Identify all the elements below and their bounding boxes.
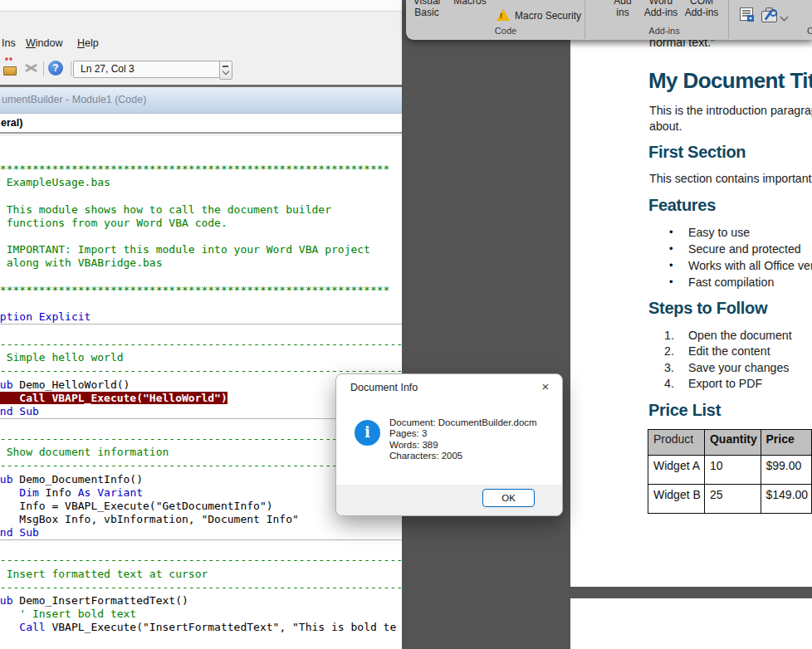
ok-button[interactable]: OK — [482, 489, 535, 507]
toolbar-separator — [71, 61, 71, 76]
table-cell: $99.00 — [761, 456, 811, 485]
warning-icon — [496, 9, 510, 21]
table-cell: 25 — [704, 485, 761, 514]
code-line: '---------------------------------------… — [0, 581, 402, 594]
bullet-item: Easy to use — [688, 226, 750, 239]
code-line: ' — [0, 270, 402, 283]
step-number: 3. — [664, 361, 677, 374]
code-line: ' — [0, 230, 402, 243]
code-line: ' — [0, 190, 402, 203]
table-row: Widget B25$149.00 — [648, 485, 812, 514]
code-line: Option Explicit — [0, 310, 402, 324]
addin-options-icon[interactable] — [761, 11, 777, 22]
bullet-icon: • — [669, 259, 673, 271]
import-file-icon[interactable]: ** — [2, 61, 17, 76]
first-section-text: This section contains important — [649, 172, 812, 185]
word-ribbon: VisualBasicMacrosAddinsWordAdd-insCOMAdd… — [406, 0, 812, 40]
bullet-item: Works with all Office ver — [688, 259, 812, 272]
dialog-message-line: Document: DocumentBuilder.docm — [389, 417, 537, 428]
document-page-2[interactable] — [570, 598, 812, 649]
code-line: Sub Demo_InsertFormattedText() — [0, 594, 402, 608]
code-line: '***************************************… — [0, 284, 402, 297]
code-line — [0, 324, 402, 338]
table-row: Widget A10$99.00 — [648, 456, 812, 485]
general-combo-row[interactable]: eral) — [0, 114, 402, 134]
table-cell: Widget B — [648, 485, 705, 514]
step-item: Open the document — [688, 329, 792, 342]
info-icon: i — [355, 420, 380, 446]
code-window-titlebar[interactable]: umentBuilder - Module1 (Code) — [0, 87, 402, 114]
code-line: ' Insert bold text — [0, 608, 402, 621]
help-icon[interactable]: ? — [48, 61, 63, 76]
bullet-icon: • — [669, 242, 673, 255]
menu-item-help[interactable]: Help — [77, 37, 99, 49]
intro-line-2: about. — [649, 120, 682, 133]
table-cell: 10 — [704, 456, 761, 485]
toolbar-separator — [43, 61, 44, 76]
code-window-title: umentBuilder - Module1 (Code) — [2, 94, 146, 105]
tools-icon[interactable] — [23, 61, 38, 76]
chevron-down-icon — [223, 68, 229, 75]
bullet-icon: • — [669, 226, 673, 238]
dialog-message: Document: DocumentBuilder.docmPages: 3Wo… — [389, 417, 537, 462]
document-panel-icon[interactable] — [740, 7, 753, 21]
heading-price-list: Price List — [648, 401, 721, 420]
clipped-group-label: C — [807, 26, 812, 36]
menu-item-ins[interactable]: Ins — [2, 37, 16, 49]
macros-button[interactable]: Macros — [443, 0, 496, 7]
heading-features: Features — [648, 196, 716, 215]
macro-security-button[interactable]: Macro Security — [515, 10, 581, 22]
step-item: Save your changes — [688, 361, 789, 374]
code-line: '***************************************… — [0, 163, 402, 176]
heading-first-section: First Section — [648, 143, 746, 162]
ribbon-separator — [728, 0, 729, 39]
code-line: '---------------------------------------… — [0, 554, 402, 567]
code-line: ' Insert formatted text at cursor — [0, 568, 402, 581]
code-line: ' IMPORTANT: Import this module into you… — [0, 243, 402, 256]
step-item: Edit the content — [688, 344, 770, 358]
step-number: 1. — [664, 329, 677, 342]
table-cell: Widget A — [648, 456, 705, 485]
warning-bang: ! — [500, 12, 502, 20]
object-combo-value: eral) — [1, 117, 22, 129]
step-item: Export to PDF — [688, 377, 762, 390]
step-number: 2. — [664, 344, 677, 358]
com-add-ins-button[interactable]: COMAdd-ins — [675, 0, 728, 18]
document-info-dialog: Document Info × i Document: DocumentBuil… — [335, 373, 563, 516]
code-line: '---------------------------------------… — [0, 338, 402, 351]
dialog-title: Document Info — [350, 382, 418, 393]
toolbar-overflow-button[interactable] — [219, 61, 232, 80]
bullet-icon: • — [669, 276, 673, 288]
code-line: ' along with VBABridge.bas — [0, 256, 402, 270]
code-line — [0, 634, 402, 647]
code-line: ' This module shows how to call the docu… — [0, 203, 402, 217]
table-header-cell: Quantity — [704, 430, 761, 456]
chevron-down-icon[interactable] — [780, 13, 789, 22]
table-header-cell: Price — [761, 430, 811, 456]
code-line: End Sub — [0, 526, 402, 539]
word-document-canvas: normal text.” My Document Title This is … — [402, 0, 812, 649]
code-line — [0, 297, 402, 310]
heading-steps: Steps to Follow — [648, 299, 767, 318]
dialog-message-line: Pages: 3 — [389, 428, 537, 439]
document-page-1[interactable]: normal text.” My Document Title This is … — [570, 7, 812, 587]
code-line: Call VBAPL_Execute("InsertFormattedText"… — [0, 621, 402, 634]
ribbon-group-label-add-ins: Add-ins — [629, 26, 699, 36]
document-title: My Document Title — [648, 68, 812, 94]
step-number: 4. — [664, 377, 677, 390]
menu-item-window[interactable]: Window — [26, 37, 62, 49]
ribbon-group-label-code: Code — [471, 26, 541, 36]
close-icon[interactable]: × — [537, 379, 554, 393]
table-header-cell: Product — [648, 430, 705, 456]
code-line: ' ExampleUsage.bas — [0, 176, 402, 189]
code-line: ' Simple hello world — [0, 351, 402, 364]
vba-editor-window: InsWindowHelp ** ? Ln 27, Col 3 umentBui… — [0, 0, 402, 649]
code-line: ' functions from your Word VBA code. — [0, 217, 402, 230]
code-line — [0, 539, 402, 554]
table-cell: $149.00 — [761, 485, 811, 514]
breakpoint-highlight: Call VBAPL_Execute("HelloWorld") — [0, 392, 227, 404]
price-table: ProductQuantityPriceWidget A10$99.00Widg… — [648, 429, 812, 514]
dialog-message-line: Words: 389 — [389, 440, 537, 451]
ribbon-separator — [585, 0, 585, 39]
line-column-indicator: Ln 27, Col 3 — [73, 61, 226, 78]
